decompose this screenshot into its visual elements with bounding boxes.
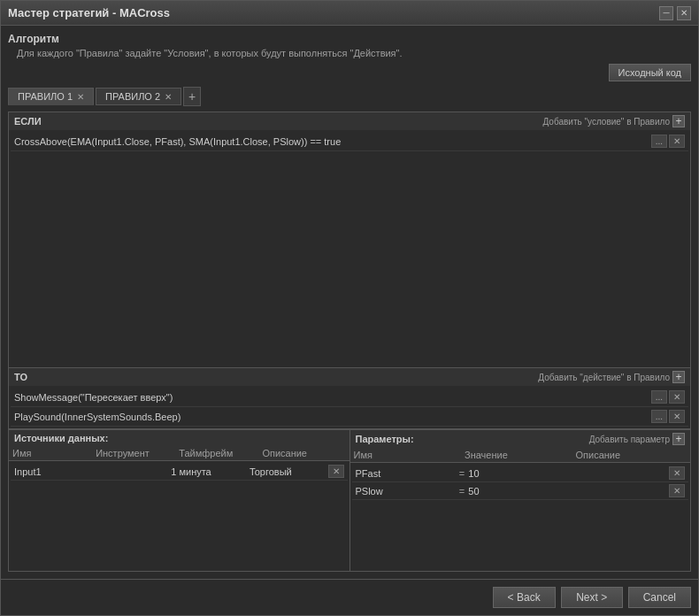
parameters-table-header: Имя Значение Описание [350, 448, 691, 463]
parameters-header: Параметры: Добавить параметр + [350, 430, 691, 448]
if-section: ЕСЛИ Добавить "условие" в Правило + Cros… [9, 112, 690, 368]
condition-text-0: CrossAbove(EMA(Input1.Close, PFast), SMA… [14, 136, 651, 147]
window-title: Мастер стратегий - MACross [8, 6, 170, 19]
source-code-row: Исходный код [8, 64, 691, 81]
tab-rule1-close[interactable]: ✕ [77, 92, 84, 102]
data-sources-header: Источники данных: [9, 430, 350, 446]
next-button[interactable]: Next > [561, 587, 623, 608]
condition-remove-button-0[interactable]: ✕ [669, 135, 685, 148]
param-col-name: Имя [354, 450, 465, 460]
parameters-content: PFast = 10 ✕ PSlow = 50 ✕ [350, 463, 691, 571]
ds-remove-button-0[interactable]: ✕ [328, 465, 344, 478]
content-area: Алгоритм Для каждого "Правила" задайте "… [1, 26, 698, 579]
tab-rule2-close[interactable]: ✕ [165, 92, 172, 102]
action-actions-1: ... ✕ [651, 410, 685, 423]
param-row-1: PSlow = 50 ✕ [352, 482, 689, 500]
add-tab-button[interactable]: + [183, 87, 201, 106]
add-action-text: Добавить "действие" в Правило [538, 373, 670, 382]
algorithm-title: Алгоритм [8, 33, 691, 45]
data-sources-content: Input1 1 минута Торговый ✕ [9, 461, 350, 571]
data-sources-label: Источники данных: [14, 433, 108, 443]
if-area: CrossAbove(EMA(Input1.Close, PFast), SMA… [9, 130, 690, 367]
data-sources-table-header: Имя Инструмент Таймфрейм Описание [9, 446, 350, 461]
ds-col-instrument: Инструмент [96, 448, 179, 458]
add-condition-text: Добавить "условие" в Правило [542, 117, 670, 127]
algorithm-section: Алгоритм Для каждого "Правила" задайте "… [8, 33, 691, 58]
parameters-section: Параметры: Добавить параметр + Имя Значе… [350, 430, 691, 571]
parameters-label: Параметры: [356, 434, 414, 444]
title-buttons: ─ ✕ [659, 6, 691, 20]
ds-name-0: Input1 [14, 466, 93, 477]
action-row-0: ShowMessage("Пересекает вверх") ... ✕ [11, 388, 688, 407]
data-sources: Источники данных: Имя Инструмент Таймфре… [9, 430, 350, 571]
bottom-panel: Источники данных: Имя Инструмент Таймфре… [9, 429, 690, 571]
title-bar: Мастер стратегий - MACross ─ ✕ [1, 1, 698, 26]
data-source-row-0: Input1 1 минута Торговый ✕ [11, 463, 348, 481]
add-action-plus-icon: + [672, 371, 685, 383]
ds-col-description: Описание [262, 448, 345, 458]
footer-buttons: < Back Next > Cancel [1, 579, 698, 615]
ds-col-name: Имя [12, 448, 96, 458]
main-panel: ЕСЛИ Добавить "условие" в Правило + Cros… [8, 112, 691, 572]
condition-dots-button-0[interactable]: ... [651, 135, 667, 148]
to-area: ShowMessage("Пересекает вверх") ... ✕ Pl… [9, 386, 690, 428]
param-remove-button-0[interactable]: ✕ [669, 466, 685, 480]
to-section-header: TO Добавить "действие" в Правило + [9, 368, 690, 386]
action-remove-button-1[interactable]: ✕ [669, 410, 685, 423]
param-value-0: 10 [468, 468, 568, 479]
to-section: TO Добавить "действие" в Правило + ShowM… [9, 368, 690, 429]
condition-row-0: CrossAbove(EMA(Input1.Close, PFast), SMA… [11, 132, 688, 151]
back-button[interactable]: < Back [493, 587, 556, 608]
add-condition-button[interactable]: Добавить "условие" в Правило + [542, 115, 685, 127]
cancel-button[interactable]: Cancel [628, 587, 691, 608]
condition-actions-0: ... ✕ [651, 135, 685, 148]
source-code-button[interactable]: Исходный код [609, 64, 692, 81]
add-condition-plus-icon: + [672, 115, 685, 127]
add-parameter-text: Добавить параметр [589, 435, 670, 444]
ds-description-0: Торговый [250, 466, 328, 477]
ds-timeframe-0: 1 минута [171, 466, 250, 477]
close-button[interactable]: ✕ [677, 6, 691, 20]
param-col-description: Описание [576, 450, 687, 460]
action-row-1: PlaySound(InnerSystemSounds.Beep) ... ✕ [11, 407, 688, 427]
tabs-bar: ПРАВИЛО 1 ✕ ПРАВИЛО 2 ✕ + [8, 87, 691, 106]
param-remove-button-1[interactable]: ✕ [669, 484, 685, 497]
param-col-value: Значение [465, 450, 576, 460]
add-action-button[interactable]: Добавить "действие" в Правило + [538, 371, 685, 383]
param-name-1: PSlow [356, 486, 456, 497]
action-remove-button-0[interactable]: ✕ [669, 390, 685, 404]
action-dots-button-1[interactable]: ... [651, 410, 667, 423]
tab-rule1-label: ПРАВИЛО 1 [18, 91, 73, 102]
param-name-0: PFast [356, 468, 456, 479]
if-label: ЕСЛИ [14, 116, 42, 127]
algorithm-description: Для каждого "Правила" задайте "Условия",… [17, 48, 691, 58]
main-window: Мастер стратегий - MACross ─ ✕ Алгоритм … [0, 0, 699, 616]
to-label: TO [14, 372, 27, 382]
action-actions-0: ... ✕ [651, 390, 685, 404]
action-dots-button-0[interactable]: ... [651, 390, 667, 404]
tab-rule2[interactable]: ПРАВИЛО 2 ✕ [96, 88, 181, 105]
tab-rule2-label: ПРАВИЛО 2 [105, 91, 160, 102]
param-eq-1: = [456, 486, 468, 497]
add-parameter-button[interactable]: Добавить параметр + [589, 433, 685, 445]
add-parameter-plus-icon: + [672, 433, 685, 445]
param-value-1: 50 [468, 486, 568, 497]
tab-rule1[interactable]: ПРАВИЛО 1 ✕ [8, 88, 94, 105]
minimize-button[interactable]: ─ [659, 6, 673, 20]
ds-col-timeframe: Таймфрейм [179, 448, 262, 458]
action-text-0: ShowMessage("Пересекает вверх") [14, 392, 651, 403]
param-eq-0: = [456, 468, 468, 479]
if-section-header: ЕСЛИ Добавить "условие" в Правило + [9, 112, 690, 130]
action-text-1: PlaySound(InnerSystemSounds.Beep) [14, 412, 651, 422]
param-row-0: PFast = 10 ✕ [352, 465, 689, 482]
